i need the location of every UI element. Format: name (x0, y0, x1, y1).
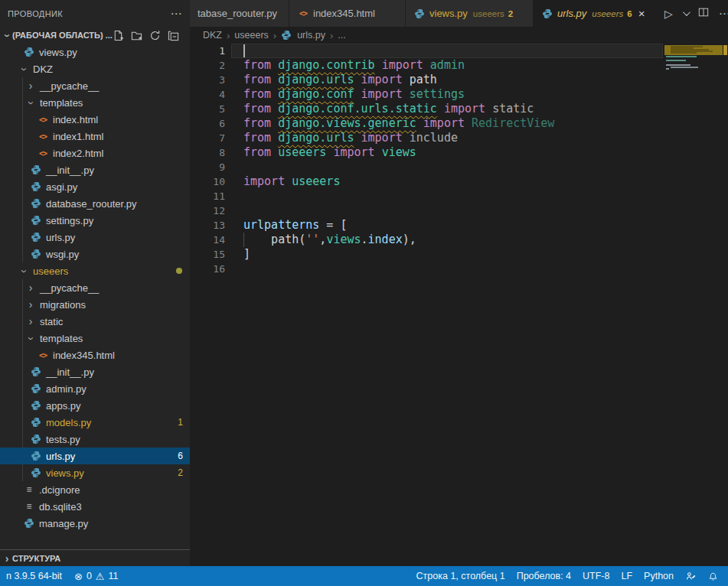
tree-item-.dcignore[interactable]: ≡.dcignore (0, 481, 190, 498)
code-line-10[interactable]: 10import useeers (190, 174, 664, 189)
split-editor-icon[interactable] (698, 7, 709, 21)
tree-item-apps.py[interactable]: apps.py (0, 397, 190, 414)
chevron-down-icon: › (26, 334, 37, 344)
tree-item-templates[interactable]: ›templates (0, 330, 190, 347)
breadcrumb-folder[interactable]: DKZ (203, 30, 222, 41)
tree-item-static[interactable]: ›static (0, 313, 190, 330)
tab-label: urls.py (557, 8, 586, 19)
explorer-more-actions-icon[interactable]: ⋯ (171, 7, 182, 21)
tree-item-settings.py[interactable]: settings.py (0, 212, 190, 229)
indentation-item[interactable]: Пробелов: 4 (517, 571, 571, 581)
tree-item-useeers[interactable]: ›useeers (0, 262, 190, 279)
code-line-8[interactable]: 8from useeers import views (190, 145, 664, 160)
feedback-icon[interactable] (685, 571, 697, 581)
chevron-down-icon: › (2, 31, 13, 41)
line-number: 13 (190, 218, 225, 233)
tree-item-models.py[interactable]: models.py1 (0, 414, 190, 431)
code-line-6[interactable]: 6from django.views.generic import Redire… (190, 116, 664, 131)
more-actions-icon[interactable]: ⋯ (719, 7, 728, 21)
python-icon (541, 8, 553, 20)
tree-item-admin.py[interactable]: admin.py (0, 380, 190, 397)
code-editor[interactable]: 12from django.contrib import admin3from … (190, 44, 728, 566)
code-line-12[interactable]: 12 (190, 203, 664, 218)
warning-ruler-mark (723, 45, 727, 55)
tab-description: useeers (592, 9, 623, 18)
code-line-13[interactable]: 13urlpatterns = [ (190, 218, 664, 233)
tab-views.py[interactable]: views.pyuseeers2 (406, 0, 534, 27)
language-mode-item[interactable]: Python (644, 571, 674, 581)
eol-item[interactable]: LF (621, 571, 632, 581)
collapse-all-icon[interactable] (168, 30, 179, 41)
tab-index345.html[interactable]: <>index345.html (289, 0, 406, 27)
encoding-item[interactable]: UTF-8 (583, 571, 609, 581)
notifications-bell-icon[interactable] (708, 571, 718, 581)
tree-item-label: urls.py (46, 451, 75, 462)
new-file-icon[interactable] (113, 30, 124, 41)
code-line-5[interactable]: 5from django.conf.urls.static import sta… (190, 102, 664, 116)
workspace-section-header[interactable]: › (РАБОЧАЯ ОБЛАСТЬ) ... (0, 27, 190, 44)
tree-item-migrations[interactable]: ›migrations (0, 296, 190, 313)
line-number: 3 (190, 73, 225, 87)
close-icon[interactable]: × (638, 8, 645, 19)
cursor-position-item[interactable]: Строка 1, столбец 1 (416, 571, 505, 581)
code-line-1[interactable]: 1 (190, 44, 664, 58)
run-button-icon[interactable]: ▷ (664, 8, 673, 20)
code-text: ] (225, 247, 250, 262)
breadcrumb-separator: › (273, 30, 276, 41)
tree-item-index345.html[interactable]: <>index345.html (0, 347, 190, 363)
code-text: from useeers import views (225, 145, 416, 160)
tab-tabase_roouter.py[interactable]: tabase_roouter.py (190, 0, 289, 27)
problems-item[interactable]: ⊗ 0 ⚠ 11 (74, 571, 119, 582)
code-text (225, 262, 243, 276)
breadcrumb-folder[interactable]: useeers (234, 30, 268, 41)
tree-item-index2.html[interactable]: <>index2.html (0, 145, 190, 161)
breadcrumb-symbol-more[interactable]: ... (338, 30, 345, 41)
outline-section-header[interactable]: › СТРУКТУРА (0, 549, 190, 566)
tree-item-asgi.py[interactable]: asgi.py (0, 178, 190, 195)
python-icon (30, 248, 42, 260)
tree-item-manage.py[interactable]: manage.py (0, 515, 190, 532)
tree-item-templates[interactable]: ›templates (0, 94, 190, 111)
tree-item-database_roouter.py[interactable]: database_roouter.py (0, 195, 190, 212)
code-line-14[interactable]: 14 path('',views.index), (190, 233, 664, 247)
tree-item-label: settings.py (46, 215, 93, 226)
code-text (225, 44, 243, 58)
code-line-4[interactable]: 4from django.conf import settings (190, 87, 664, 102)
code-lines: 12from django.contrib import admin3from … (190, 44, 664, 276)
tree-item-views.py[interactable]: views.py2 (0, 464, 190, 481)
tree-item-__init__.py[interactable]: __init__.py (0, 161, 190, 178)
tree-item-tests.py[interactable]: tests.py (0, 431, 190, 448)
code-line-9[interactable]: 9 (190, 160, 664, 174)
tree-item-wsgi.py[interactable]: wsgi.py (0, 246, 190, 262)
minimap[interactable] (664, 44, 723, 143)
tab-urls.py[interactable]: urls.pyuseeers6× (534, 0, 655, 27)
tree-item-__init__.py[interactable]: __init__.py (0, 363, 190, 380)
run-dropdown-chevron-icon[interactable] (683, 8, 690, 16)
tree-item-views.py[interactable]: views.py (0, 44, 190, 60)
code-line-15[interactable]: 15] (190, 247, 664, 262)
new-folder-icon[interactable] (131, 30, 142, 41)
tree-item-__pycache__[interactable]: ›__pycache__ (0, 77, 190, 94)
tree-item-label: index.html (53, 114, 98, 125)
code-line-11[interactable]: 11 (190, 189, 664, 203)
tree-item-db.sqlite3[interactable]: ≡db.sqlite3 (0, 498, 190, 515)
tree-item-label: migrations (40, 299, 86, 311)
refresh-icon[interactable] (149, 30, 161, 41)
tree-item-urls.py[interactable]: urls.py6 (0, 448, 190, 464)
code-line-2[interactable]: 2from django.contrib import admin (190, 58, 664, 73)
html-icon: <> (297, 8, 309, 20)
code-text: from django.urls import include (225, 131, 458, 145)
tree-item-index.html[interactable]: <>index.html (0, 111, 190, 128)
tree-item-index1.html[interactable]: <>index1.html (0, 128, 190, 145)
code-line-16[interactable]: 16 (190, 262, 664, 276)
explorer-actions (113, 30, 187, 41)
tree-item-DKZ[interactable]: ›DKZ (0, 60, 190, 77)
tree-item-urls.py[interactable]: urls.py (0, 229, 190, 246)
code-line-7[interactable]: 7from django.urls import include (190, 131, 664, 145)
python-version-item[interactable]: n 3.9.5 64-bit (6, 571, 62, 581)
tree-item-__pycache__[interactable]: ›__pycache__ (0, 279, 190, 296)
code-text: path('',views.index), (225, 233, 416, 247)
code-line-3[interactable]: 3from django.urls import path (190, 73, 664, 87)
overview-ruler[interactable] (723, 44, 728, 566)
breadcrumb-file[interactable]: urls.py (297, 30, 325, 41)
